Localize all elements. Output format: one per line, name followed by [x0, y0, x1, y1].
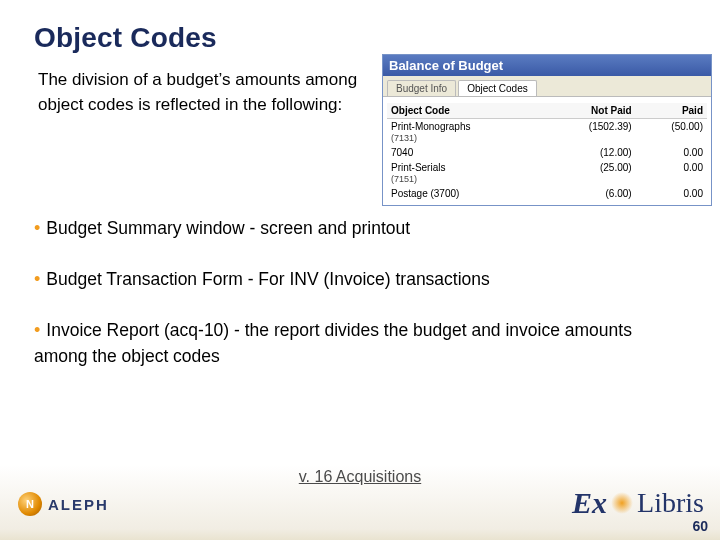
- aleph-wordmark: ALEPH: [48, 496, 109, 513]
- window-title-bar: Balance of Budget: [383, 55, 711, 76]
- bullet-list: •Budget Summary window - screen and prin…: [34, 216, 684, 394]
- tab-budget-info[interactable]: Budget Info: [387, 80, 456, 96]
- table-row: 7040 (12.00) 0.00: [387, 145, 707, 160]
- cell-paid: 0.00: [636, 186, 707, 201]
- cell-name: Print-Serials (7151): [387, 160, 544, 186]
- slide-title: Object Codes: [34, 22, 217, 54]
- tab-bar: Budget Info Object Codes: [383, 76, 711, 97]
- bullet-icon: •: [34, 269, 46, 289]
- table-row: Postage (3700) (6.00) 0.00: [387, 186, 707, 201]
- table-row: Print-Monographs (7131) (1502.39) (50.00…: [387, 119, 707, 146]
- bullet-icon: •: [34, 320, 46, 340]
- cell-notpaid: (25.00): [544, 160, 635, 186]
- exlibris-logo: Ex Libris: [572, 486, 704, 520]
- exlibris-libris: Libris: [637, 487, 704, 519]
- window-title: Balance of Budget: [389, 58, 705, 73]
- intro-text: The division of a budget’s amounts among…: [38, 68, 376, 117]
- table-row: Print-Serials (7151) (25.00) 0.00: [387, 160, 707, 186]
- bullet-icon: •: [34, 218, 46, 238]
- tab-object-codes[interactable]: Object Codes: [458, 80, 537, 96]
- object-codes-grid: Object Code Not Paid Paid Print-Monograp…: [383, 97, 711, 205]
- list-item: •Budget Summary window - screen and prin…: [34, 216, 684, 241]
- cell-notpaid: (12.00): [544, 145, 635, 160]
- cell-paid: 0.00: [636, 160, 707, 186]
- cell-notpaid: (6.00): [544, 186, 635, 201]
- col-paid: Paid: [636, 103, 707, 119]
- exlibris-ex: Ex: [572, 486, 607, 520]
- footer-version: v. 16 Acquisitions: [0, 468, 720, 486]
- col-not-paid: Not Paid: [544, 103, 635, 119]
- cell-name: Postage (3700): [387, 186, 544, 201]
- balance-of-budget-window: Balance of Budget Budget Info Object Cod…: [382, 54, 712, 206]
- list-item: •Budget Transaction Form - For INV (Invo…: [34, 267, 684, 292]
- cell-paid: (50.00): [636, 119, 707, 146]
- exlibris-burst-icon: [611, 492, 633, 514]
- aleph-logo: N ALEPH: [18, 492, 109, 516]
- aleph-orb-icon: N: [18, 492, 42, 516]
- cell-notpaid: (1502.39): [544, 119, 635, 146]
- page-number: 60: [692, 518, 708, 534]
- cell-name: 7040: [387, 145, 544, 160]
- list-item: •Invoice Report (acq-10) - the report di…: [34, 318, 684, 368]
- cell-name: Print-Monographs (7131): [387, 119, 544, 146]
- grid-header-row: Object Code Not Paid Paid: [387, 103, 707, 119]
- slide: Object Codes The division of a budget’s …: [0, 0, 720, 540]
- col-object-code: Object Code: [387, 103, 544, 119]
- cell-paid: 0.00: [636, 145, 707, 160]
